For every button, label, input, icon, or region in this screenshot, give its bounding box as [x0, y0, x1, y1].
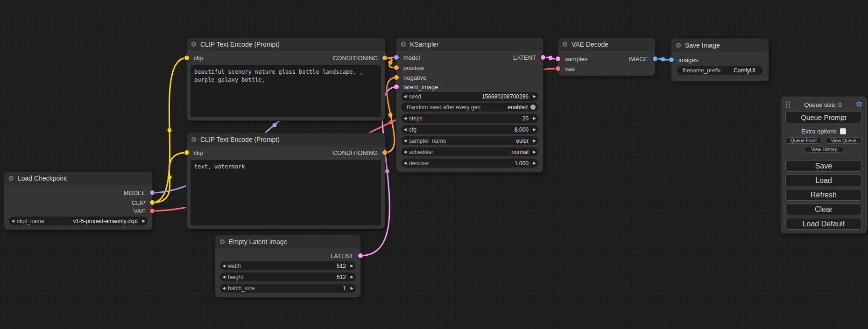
- view-queue-button[interactable]: View Queue: [826, 137, 862, 144]
- vae-output-port[interactable]: [150, 209, 155, 213]
- increment-arrow-icon[interactable]: ▶: [348, 275, 356, 279]
- decrement-arrow-icon[interactable]: ◀: [9, 219, 17, 223]
- node-vae-decode[interactable]: VAE Decode samples IMAGE vae: [558, 38, 655, 76]
- node-title-bar[interactable]: CLIP Text Encode (Prompt): [187, 133, 385, 146]
- widget-value: normal: [433, 149, 530, 155]
- increment-arrow-icon[interactable]: ▶: [348, 264, 356, 268]
- save-button[interactable]: Save: [785, 160, 862, 172]
- load-default-button[interactable]: Load Default: [785, 218, 862, 230]
- sampler-name-widget[interactable]: ◀ sampler_name euler ▶: [401, 136, 538, 145]
- vae-input-port[interactable]: [556, 66, 560, 71]
- latent-output-port[interactable]: [541, 55, 545, 60]
- latent-image-input-port[interactable]: [394, 84, 399, 89]
- collapse-dot-icon[interactable]: [220, 239, 225, 244]
- decrement-arrow-icon[interactable]: ◀: [220, 264, 228, 268]
- ckpt-name-widget[interactable]: ◀ ckpt_name v1-5-pruned-emaonly.ckpt ▶: [9, 217, 148, 225]
- node-clip-text-encode-negative[interactable]: CLIP Text Encode (Prompt) clip CONDITION…: [187, 133, 385, 229]
- batch-size-widget[interactable]: ◀ batch_size 1 ▶: [220, 284, 356, 293]
- model-input-port[interactable]: [394, 55, 399, 60]
- decrement-arrow-icon[interactable]: ◀: [401, 127, 409, 132]
- positive-input-port[interactable]: [394, 65, 399, 70]
- collapse-dot-icon[interactable]: [191, 137, 196, 142]
- decrement-arrow-icon[interactable]: ◀: [401, 94, 409, 98]
- slot-label: CONDITIONING: [333, 149, 378, 156]
- node-load-checkpoint[interactable]: Load Checkpoint MODEL CLIP VAE ◀ ckpt_na…: [4, 172, 152, 230]
- increment-arrow-icon[interactable]: ▶: [530, 161, 538, 165]
- wire-midpoint-dot: [549, 56, 553, 60]
- decrement-arrow-icon[interactable]: ◀: [220, 286, 228, 290]
- increment-arrow-icon[interactable]: ▶: [348, 286, 356, 290]
- node-title-bar[interactable]: Load Checkpoint: [4, 172, 152, 185]
- decrement-arrow-icon[interactable]: ◀: [401, 150, 409, 154]
- clear-button[interactable]: Clear: [785, 203, 862, 215]
- collapse-dot-icon[interactable]: [401, 42, 406, 47]
- refresh-button[interactable]: Refresh: [785, 189, 862, 201]
- increment-arrow-icon[interactable]: ▶: [530, 116, 538, 120]
- seed-widget[interactable]: ◀ seed 156680208700286 ▶: [401, 92, 538, 101]
- height-widget[interactable]: ◀ height 512 ▶: [220, 273, 356, 281]
- collapse-dot-icon[interactable]: [676, 43, 681, 48]
- view-history-button[interactable]: View History: [804, 146, 844, 153]
- node-title-bar[interactable]: CLIP Text Encode (Prompt): [187, 38, 385, 51]
- load-button[interactable]: Load: [785, 175, 862, 186]
- node-save-image[interactable]: Save Image images filename_prefix ComfyU…: [671, 39, 769, 81]
- negative-prompt-textarea[interactable]: text, watermark: [191, 160, 381, 225]
- widget-label: sampler_name: [409, 138, 446, 144]
- queue-front-button[interactable]: Queue Front: [785, 137, 822, 144]
- node-title-bar[interactable]: KSampler: [396, 38, 543, 51]
- wire-midpoint-dot: [661, 57, 665, 62]
- widget-label: denoise: [409, 160, 429, 167]
- collapse-dot-icon[interactable]: [9, 176, 14, 181]
- collapse-dot-icon[interactable]: [563, 42, 567, 47]
- decrement-arrow-icon[interactable]: ◀: [401, 116, 409, 120]
- decrement-arrow-icon[interactable]: ◀: [220, 275, 228, 279]
- filename-prefix-widget[interactable]: filename_prefix ComfyUI: [677, 66, 763, 75]
- input-slot-latent-image: latent_image: [396, 82, 438, 91]
- node-empty-latent-image[interactable]: Empty Latent Image LATENT ◀ width 512 ▶ …: [215, 235, 360, 297]
- width-widget[interactable]: ◀ width 512 ▶: [220, 261, 356, 270]
- queue-prompt-button[interactable]: Queue Prompt: [785, 111, 862, 123]
- node-ksampler[interactable]: KSampler model LATENT positive negative …: [396, 38, 543, 172]
- negative-input-port[interactable]: [394, 75, 399, 80]
- widget-value: 1: [254, 285, 348, 292]
- conditioning-output-port[interactable]: [382, 150, 387, 155]
- samples-input-port[interactable]: [556, 56, 560, 61]
- decrement-arrow-icon[interactable]: ◀: [401, 161, 409, 165]
- settings-gear-icon[interactable]: ⚙︎: [856, 101, 862, 108]
- collapse-dot-icon[interactable]: [191, 42, 196, 47]
- steps-widget[interactable]: ◀ steps 20 ▶: [401, 114, 538, 123]
- images-input-port[interactable]: [669, 57, 674, 62]
- node-title-bar[interactable]: Save Image: [671, 39, 769, 52]
- random-seed-toggle-widget[interactable]: Random seed after every gen enabled: [401, 103, 538, 112]
- node-title-bar[interactable]: VAE Decode: [558, 38, 655, 51]
- increment-arrow-icon[interactable]: ▶: [530, 94, 538, 98]
- decrement-arrow-icon[interactable]: ◀: [401, 139, 409, 143]
- node-graph-canvas[interactable]: Load Checkpoint MODEL CLIP VAE ◀ ckpt_na…: [0, 0, 868, 329]
- clip-input-port[interactable]: [184, 150, 189, 155]
- toggle-knob[interactable]: [530, 105, 536, 110]
- scheduler-widget[interactable]: ◀ scheduler normal ▶: [401, 147, 538, 156]
- clip-input-port[interactable]: [184, 56, 189, 60]
- extra-options-checkbox[interactable]: [840, 128, 846, 134]
- widget-value: 156680208700286: [421, 93, 530, 100]
- widget-value: 512: [243, 274, 348, 280]
- increment-arrow-icon[interactable]: ▶: [530, 139, 538, 143]
- model-output-port[interactable]: [150, 190, 155, 195]
- wire-midpoint-dot: [168, 128, 172, 133]
- positive-prompt-textarea[interactable]: beautiful scenery nature glass bottle la…: [191, 65, 381, 117]
- conditioning-output-port[interactable]: [382, 56, 387, 60]
- wire-midpoint-dot: [388, 113, 393, 117]
- node-clip-text-encode-positive[interactable]: CLIP Text Encode (Prompt) clip CONDITION…: [187, 38, 385, 120]
- clip-output-port[interactable]: [150, 200, 155, 205]
- latent-output-port[interactable]: [358, 253, 363, 258]
- slot-label: LATENT: [331, 252, 353, 259]
- widget-value: 8.000: [416, 126, 530, 133]
- cfg-widget[interactable]: ◀ cfg 8.000 ▶: [401, 125, 538, 134]
- denoise-widget[interactable]: ◀ denoise 1.000 ▶: [401, 159, 538, 168]
- increment-arrow-icon[interactable]: ▶: [530, 150, 538, 154]
- increment-arrow-icon[interactable]: ▶: [140, 219, 148, 223]
- menu-drag-handle-icon[interactable]: [785, 101, 790, 108]
- increment-arrow-icon[interactable]: ▶: [530, 127, 538, 132]
- image-output-port[interactable]: [653, 56, 657, 61]
- node-title-bar[interactable]: Empty Latent Image: [215, 235, 360, 248]
